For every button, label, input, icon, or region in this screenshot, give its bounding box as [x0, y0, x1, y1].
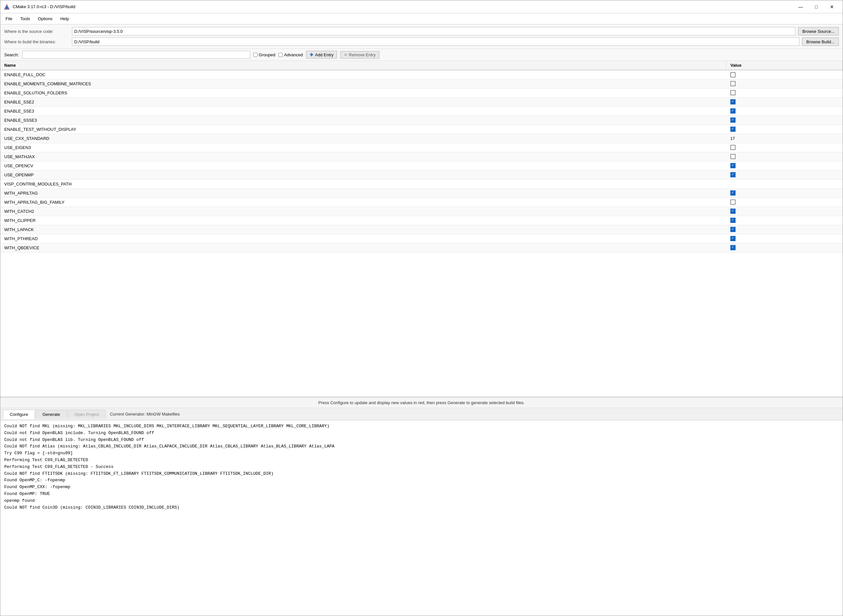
table-row[interactable]: WITH_LAPACK — [0, 225, 843, 234]
add-entry-button[interactable]: ✚ Add Entry — [306, 51, 337, 59]
checkbox-enable_sse3[interactable] — [730, 109, 736, 114]
table-row[interactable]: USE_EIGEN3 — [0, 143, 843, 152]
table-row[interactable]: WITH_CLIPPER — [0, 216, 843, 225]
table-row[interactable]: VISP_CONTRIB_MODULES_PATH — [0, 179, 843, 188]
checkbox-enable_test_without_display[interactable] — [730, 126, 736, 132]
row-value[interactable] — [726, 243, 843, 252]
log-line: Could NOT find Coin3D (missing: COIN3D_L… — [4, 505, 839, 511]
checkbox-use_eigen3[interactable] — [730, 145, 736, 150]
tab-configure[interactable]: Configure — [3, 410, 35, 419]
advanced-checkbox-label[interactable]: Advanced — [278, 53, 303, 57]
row-value[interactable] — [726, 225, 843, 234]
table-row[interactable]: USE_CXX_STANDARD17 — [0, 134, 843, 143]
browse-source-button[interactable]: Browse Source... — [798, 27, 839, 35]
table-row[interactable]: ENABLE_MOMENTS_COMBINE_MATRICES — [0, 79, 843, 88]
checkbox-enable_solution_folders[interactable] — [730, 90, 736, 95]
row-name: WITH_PTHREAD — [0, 234, 726, 243]
table-row[interactable]: ENABLE_TEST_WITHOUT_DISPLAY — [0, 125, 843, 134]
status-text: Press Configure to update and display ne… — [319, 400, 525, 405]
menu-help[interactable]: Help — [56, 15, 73, 22]
checkbox-with_apriltag_big_family[interactable] — [730, 199, 736, 205]
log-line: Could not find OpenBLAS lib. Turning Ope… — [4, 437, 839, 443]
row-value[interactable] — [726, 152, 843, 161]
checkbox-use_mathjax[interactable] — [730, 154, 736, 159]
row-name: WITH_APRILTAG_BIG_FAMILY — [0, 198, 726, 207]
row-name: WITH_APRILTAG — [0, 188, 726, 198]
table-container[interactable]: Name Value ENABLE_FULL_DOCENABLE_MOMENTS… — [0, 61, 843, 397]
checkbox-with_qbdevice[interactable] — [730, 245, 736, 250]
table-row[interactable]: ENABLE_SSSE3 — [0, 116, 843, 125]
row-value[interactable] — [726, 97, 843, 106]
row-value[interactable] — [726, 234, 843, 243]
checkbox-with_pthread[interactable] — [730, 236, 736, 241]
table-row[interactable]: WITH_QBDEVICE — [0, 243, 843, 252]
search-label: Search: — [4, 53, 19, 57]
row-value[interactable] — [726, 79, 843, 88]
checkbox-enable_sse2[interactable] — [730, 99, 736, 104]
grouped-checkbox-label[interactable]: Grouped — [253, 53, 275, 57]
row-value[interactable] — [726, 179, 843, 188]
checkbox-use_opencv[interactable] — [730, 163, 736, 168]
row-value[interactable] — [726, 170, 843, 179]
build-input[interactable] — [72, 37, 799, 46]
advanced-checkbox[interactable] — [278, 53, 283, 57]
table-row[interactable]: WITH_APRILTAG — [0, 188, 843, 198]
table-row[interactable]: ENABLE_FULL_DOC — [0, 70, 843, 79]
row-value[interactable] — [726, 88, 843, 97]
row-value[interactable] — [726, 161, 843, 170]
minimize-button[interactable]: — — [793, 2, 808, 12]
table-row[interactable]: USE_OPENCV — [0, 161, 843, 170]
status-bar: Press Configure to update and display ne… — [0, 397, 843, 408]
row-name: ENABLE_SSE2 — [0, 97, 726, 106]
log-line: Performing Test C99_FLAG_DETECTED - Succ… — [4, 464, 839, 471]
build-label: Where to build the binaries: — [4, 40, 69, 44]
table-row[interactable]: ENABLE_SSE3 — [0, 106, 843, 116]
source-input[interactable] — [72, 27, 796, 35]
checkbox-with_apriltag[interactable] — [730, 191, 736, 195]
table-row[interactable]: ENABLE_SSE2 — [0, 97, 843, 106]
menu-file[interactable]: File — [1, 15, 16, 22]
row-value[interactable] — [726, 106, 843, 116]
checkbox-enable_full_doc[interactable] — [730, 72, 736, 78]
table-row[interactable]: WITH_CATCH2 — [0, 207, 843, 216]
checkbox-enable_moments_combine_matrices[interactable] — [730, 81, 736, 86]
advanced-label: Advanced — [284, 53, 303, 57]
tab-generate[interactable]: Generate — [35, 410, 67, 419]
row-value[interactable] — [726, 198, 843, 207]
row-value[interactable] — [726, 143, 843, 152]
maximize-button[interactable]: □ — [809, 2, 824, 12]
browse-build-button[interactable]: Browse Build... — [802, 37, 839, 46]
checkbox-enable_ssse3[interactable] — [730, 117, 736, 123]
log-area[interactable]: Could NOT find MKL (missing: MKL_LIBRARI… — [0, 421, 843, 616]
row-value[interactable]: 17 — [726, 134, 843, 143]
menu-tools[interactable]: Tools — [16, 15, 34, 22]
row-value[interactable] — [726, 116, 843, 125]
table-row[interactable]: USE_OPENMP — [0, 170, 843, 179]
table-row[interactable]: WITH_PTHREAD — [0, 234, 843, 243]
row-value[interactable] — [726, 188, 843, 198]
log-line: Could NOT find FTIITSDK (missing: FTIITS… — [4, 471, 839, 477]
row-name: WITH_QBDEVICE — [0, 243, 726, 252]
checkbox-use_openmp[interactable] — [730, 172, 736, 177]
search-input[interactable] — [22, 51, 250, 59]
close-button[interactable]: ✕ — [824, 2, 839, 12]
row-value[interactable] — [726, 207, 843, 216]
checkbox-with_lapack[interactable] — [730, 227, 736, 232]
table-row[interactable]: ENABLE_SOLUTION_FOLDERS — [0, 88, 843, 97]
config-table: Name Value ENABLE_FULL_DOCENABLE_MOMENTS… — [0, 61, 843, 252]
grouped-checkbox[interactable] — [253, 53, 257, 57]
menu-options[interactable]: Options — [34, 15, 56, 22]
table-row[interactable]: USE_MATHJAX — [0, 152, 843, 161]
log-line: Try C99 flag = [-std=gnu99] — [4, 450, 839, 457]
row-name: USE_MATHJAX — [0, 152, 726, 161]
cmake-icon — [4, 4, 10, 10]
row-value[interactable] — [726, 216, 843, 225]
checkbox-with_clipper[interactable] — [730, 218, 736, 223]
row-value[interactable] — [726, 125, 843, 134]
checkbox-with_catch2[interactable] — [730, 208, 736, 214]
remove-entry-button[interactable]: ✕ Remove Entry — [340, 51, 379, 59]
row-value[interactable] — [726, 70, 843, 79]
tab-open-project[interactable]: Open Project — [68, 410, 106, 419]
row-name: VISP_CONTRIB_MODULES_PATH — [0, 179, 726, 188]
table-row[interactable]: WITH_APRILTAG_BIG_FAMILY — [0, 198, 843, 207]
